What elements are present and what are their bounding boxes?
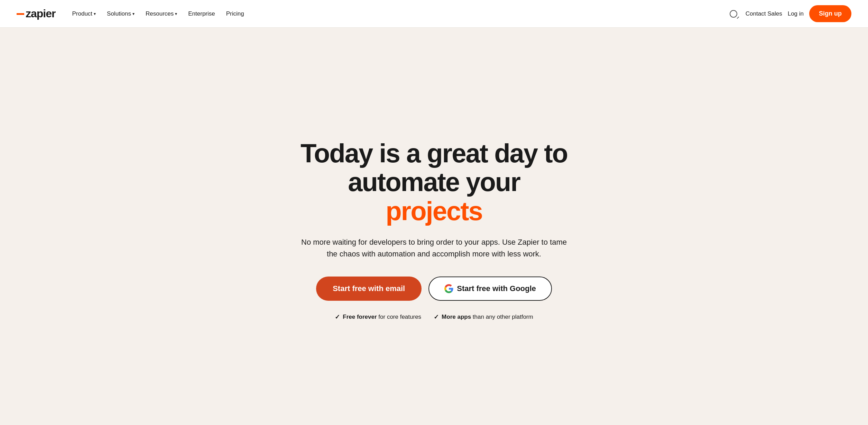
feature-free-bold: Free forever for core features [343,314,421,320]
nav-item-product[interactable]: Product ▾ [68,8,100,20]
checkmark-icon: ✓ [434,313,439,321]
navbar-left: zapier Product ▾ Solutions ▾ Resources ▾… [17,7,248,20]
headline-line1: Today is a great day to [301,138,567,168]
hero-subtext: No more waiting for developers to bring … [296,236,572,260]
logo-text: zapier [26,7,55,20]
nav-item-enterprise-label: Enterprise [188,10,215,17]
logo-dash [17,13,24,15]
hero-feature-apps: ✓ More apps than any other platform [434,313,533,321]
feature-apps-bold: More apps than any other platform [442,314,533,320]
checkmark-icon: ✓ [335,313,340,321]
search-button[interactable] [727,7,740,20]
headline-orange: projects [386,196,482,226]
chevron-down-icon: ▾ [175,11,177,16]
start-free-google-button[interactable]: Start free with Google [428,277,552,301]
contact-sales-link[interactable]: Contact Sales [746,10,782,17]
nav-item-resources-label: Resources [146,10,174,17]
hero-feature-free: ✓ Free forever for core features [335,313,421,321]
nav-item-enterprise[interactable]: Enterprise [184,8,219,20]
chevron-down-icon: ▾ [94,11,96,16]
navbar: zapier Product ▾ Solutions ▾ Resources ▾… [0,0,868,28]
hero-section: Today is a great day to automate your pr… [0,28,868,425]
hero-buttons: Start free with email Start free with Go… [316,277,552,301]
nav-item-solutions-label: Solutions [107,10,131,17]
nav-item-product-label: Product [72,10,92,17]
chevron-down-icon: ▾ [132,11,135,16]
nav-item-pricing[interactable]: Pricing [222,8,248,20]
start-free-google-label: Start free with Google [457,284,536,293]
navbar-right: Contact Sales Log in Sign up [727,5,851,22]
google-logo-icon [444,284,453,293]
search-icon [730,10,737,18]
headline-line2: automate your [348,167,520,197]
login-link[interactable]: Log in [788,10,804,17]
hero-headline: Today is a great day to automate your pr… [301,139,567,226]
nav-item-resources[interactable]: Resources ▾ [141,8,181,20]
start-free-email-button[interactable]: Start free with email [316,277,422,301]
nav-item-pricing-label: Pricing [226,10,244,17]
hero-features: ✓ Free forever for core features ✓ More … [335,313,533,321]
signup-button[interactable]: Sign up [809,5,851,22]
nav-items: Product ▾ Solutions ▾ Resources ▾ Enterp… [68,8,248,20]
logo[interactable]: zapier [17,7,55,20]
nav-item-solutions[interactable]: Solutions ▾ [103,8,139,20]
